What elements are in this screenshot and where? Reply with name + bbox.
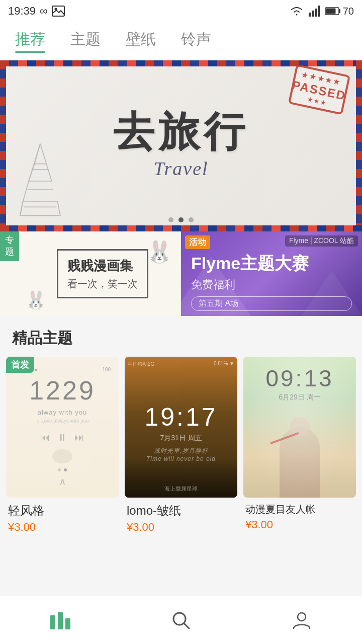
theme2-date: 7月31日 周五 (160, 434, 202, 443)
theme-price-1: ¥3.00 (6, 519, 119, 534)
promo-bg-decoration (181, 231, 362, 316)
tab-wallpaper[interactable]: 壁纸 (126, 29, 156, 53)
svg-rect-4 (315, 9, 317, 17)
theme3-overlay (243, 357, 356, 498)
promo-text-box: 贱贱漫画集 看一次，笑一次 (57, 249, 148, 298)
dot-3[interactable] (189, 217, 194, 222)
theme-grid: 首发 4G ●●●●●100 1229 alway with you ♫ Lov… (0, 357, 362, 534)
promo-title: 贱贱漫画集 (67, 257, 138, 275)
status-time-area: 19:39 ∞ (8, 5, 65, 18)
tab-bar: 推荐 主题 壁纸 铃声 (0, 22, 362, 60)
theme1-preview: 4G ●●●●●100 1229 alway with you ♫ Love a… (6, 357, 119, 498)
theme1-time: 1229 (29, 375, 96, 406)
theme-thumbnail-3: 09:13 6月29日 周一 (243, 357, 356, 498)
svg-line-21 (184, 623, 189, 628)
svg-rect-7 (339, 9, 340, 13)
theme-thumbnail-1: 首发 4G ●●●●●100 1229 alway with you ♫ Lov… (6, 357, 119, 498)
status-icons: 70 (290, 6, 354, 17)
theme1-dots (58, 468, 67, 471)
chart-icon (49, 610, 71, 630)
tab-recommend[interactable]: 推荐 (15, 29, 45, 53)
banner-left-border (0, 60, 6, 231)
svg-rect-2 (309, 13, 311, 17)
theme1-arrow: ∧ (59, 475, 66, 488)
status-time: 19:39 (8, 5, 36, 18)
promo-right[interactable]: 活动 Flyme | ZCOOL 站酷 Flyme主题大赛 免费福利 第五期 A… (181, 231, 362, 316)
banner-content: 去旅行 Travel (6, 60, 356, 225)
promo-subtitle: 看一次，笑一次 (67, 277, 138, 291)
banner-background: ★★★★★ PASSED ★★★ 去旅行 Travel (0, 60, 362, 231)
nav-home[interactable] (40, 600, 80, 640)
svg-rect-8 (326, 9, 335, 14)
wifi-icon (290, 6, 304, 17)
image-icon (52, 6, 65, 17)
theme2-location: 海上撒尿星球 (164, 485, 198, 493)
banner[interactable]: ★★★★★ PASSED ★★★ 去旅行 Travel (0, 60, 362, 231)
theme-card-3[interactable]: 09:13 6月29日 周一 动漫夏目友人帐 ¥3.00 (243, 357, 356, 534)
theme1-circle (52, 449, 72, 463)
theme3-preview: 09:13 6月29日 周一 (243, 357, 356, 498)
bunny-left-icon: 🐰 (25, 290, 46, 310)
tab-ringtone[interactable]: 铃声 (181, 29, 211, 53)
nav-profile[interactable] (282, 600, 322, 640)
promo-row: 专题 🐰 🐰 贱贱漫画集 看一次，笑一次 活动 Flyme | ZCOOL 站酷… (0, 231, 362, 316)
svg-rect-17 (50, 615, 55, 629)
svg-rect-19 (65, 618, 70, 629)
signal-icon (309, 6, 320, 17)
first-badge: 首发 (6, 357, 34, 373)
status-bar: 19:39 ∞ (0, 0, 362, 22)
dot-1[interactable] (168, 217, 173, 222)
theme1-controls: ⏮⏸⏭ (40, 432, 84, 443)
dot-2[interactable] (178, 217, 184, 222)
promo-left[interactable]: 专题 🐰 🐰 贱贱漫画集 看一次，笑一次 (0, 231, 181, 316)
banner-title-en: Travel (153, 157, 208, 180)
theme2-statusbar: 中国移动2G0.81% ▼ (125, 361, 237, 368)
banner-dots (168, 217, 194, 222)
theme-card-1[interactable]: 首发 4G ●●●●●100 1229 alway with you ♫ Lov… (6, 357, 119, 534)
theme-price-3: ¥3.00 (243, 516, 356, 531)
svg-rect-3 (312, 11, 314, 17)
banner-title-zh: 去旅行 (113, 111, 249, 152)
svg-rect-18 (58, 612, 63, 629)
theme-name-3: 动漫夏目友人帐 (243, 503, 356, 516)
theme1-music-info: ♫ Love always with you (36, 418, 89, 424)
banner-right-border (356, 60, 362, 231)
tab-theme[interactable]: 主题 (70, 29, 101, 53)
theme-thumbnail-2: 中国移动2G0.81% ▼ 19:17 7月31日 周五 浅时光里,岁月静好Ti… (125, 357, 237, 498)
battery-level: 70 (343, 6, 354, 17)
battery-icon: 70 (325, 6, 354, 17)
svg-point-22 (298, 613, 306, 621)
user-icon (292, 610, 312, 630)
bunny-right-icon: 🐰 (146, 239, 172, 264)
nav-search[interactable] (161, 600, 201, 640)
theme-price-2: ¥3.00 (125, 519, 237, 534)
theme1-subtext: alway with you (38, 409, 87, 416)
svg-rect-0 (52, 6, 64, 16)
svg-rect-5 (318, 6, 320, 17)
theme-name-2: lomo-皱纸 (125, 503, 237, 519)
promo-tag-special: 专题 (0, 231, 19, 261)
theme-card-2[interactable]: 中国移动2G0.81% ▼ 19:17 7月31日 周五 浅时光里,岁月静好Ti… (125, 357, 237, 534)
infinity-icon: ∞ (40, 5, 48, 18)
section-title: 精品主题 (0, 316, 362, 357)
bottom-nav (0, 596, 362, 644)
theme2-preview: 中国移动2G0.81% ▼ 19:17 7月31日 周五 浅时光里,岁月静好Ti… (125, 357, 237, 498)
search-icon (171, 610, 191, 630)
theme-name-1: 轻风格 (6, 503, 119, 519)
theme2-time: 19:17 (144, 403, 217, 432)
